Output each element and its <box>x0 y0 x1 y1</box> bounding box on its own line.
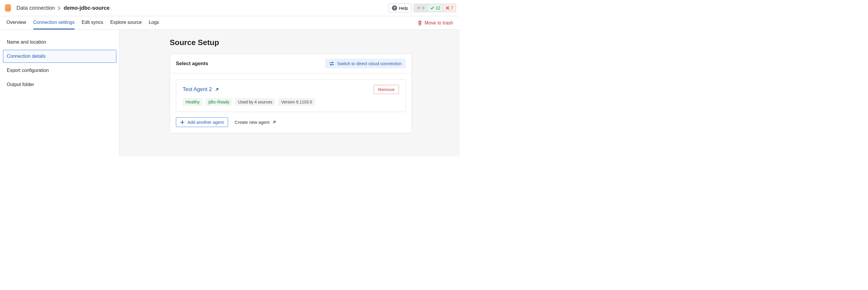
agent-name-text: Test Agent 2 <box>183 86 212 92</box>
tabs-nav: Overview Connection settings Edit syncs … <box>6 16 159 29</box>
switch-cloud-label: Switch to direct cloud connection <box>337 61 402 66</box>
status-error-count: 7 <box>451 6 453 10</box>
status-error[interactable]: 7 <box>443 4 456 12</box>
tab-connection-settings[interactable]: Connection settings <box>33 16 75 29</box>
remove-agent-button[interactable]: Remove <box>374 85 399 94</box>
trash-icon <box>417 20 422 26</box>
badge-health: Healthy <box>183 98 203 106</box>
tab-overview[interactable]: Overview <box>6 16 26 29</box>
agent-top-row: Test Agent 2 Remove <box>183 85 399 94</box>
status-refresh[interactable]: 0 <box>414 4 427 12</box>
top-bar-right: ? Help 0 12 7 <box>389 3 456 12</box>
chevron-right-icon <box>58 5 61 11</box>
add-agent-button[interactable]: Add another agent <box>176 117 228 127</box>
database-icon <box>3 3 12 12</box>
body: Name and location Connection details Exp… <box>0 30 460 156</box>
top-bar-left: Data connection demo-jdbc-source <box>3 3 110 12</box>
status-ok[interactable]: 12 <box>427 4 443 12</box>
select-agents-panel: Select agents Switch to direct cloud con… <box>170 54 412 133</box>
agent-name-link[interactable]: Test Agent 2 <box>183 86 219 92</box>
external-link-icon <box>215 88 219 92</box>
sidebar-item-connection-details[interactable]: Connection details <box>3 50 116 63</box>
badge-usage: Used by 4 sources <box>235 98 275 106</box>
agent-card: Test Agent 2 Remove Healthy jdbc-Ready U… <box>176 79 406 112</box>
agent-badges: Healthy jdbc-Ready Used by 4 sources Ver… <box>183 98 399 106</box>
swap-icon <box>329 61 334 66</box>
check-icon <box>430 6 434 10</box>
panel-body: Test Agent 2 Remove Healthy jdbc-Ready U… <box>170 74 412 133</box>
breadcrumb-current: demo-jdbc-source <box>64 5 110 11</box>
tabs-row: Overview Connection settings Edit syncs … <box>0 16 460 30</box>
svg-point-0 <box>5 4 11 6</box>
panel-title: Select agents <box>176 61 208 67</box>
create-agent-link[interactable]: Create new agent <box>235 120 276 125</box>
status-ok-count: 12 <box>436 6 440 10</box>
add-agent-label: Add another agent <box>187 120 224 125</box>
sidebar-item-name-location[interactable]: Name and location <box>3 36 116 49</box>
help-icon: ? <box>392 5 397 10</box>
tab-explore-source[interactable]: Explore source <box>110 16 142 29</box>
sidebar-item-export-config[interactable]: Export configuration <box>3 64 116 77</box>
plus-icon <box>180 120 184 124</box>
tab-logs[interactable]: Logs <box>149 16 159 29</box>
help-button[interactable]: ? Help <box>389 3 411 12</box>
refresh-icon <box>416 6 421 10</box>
badge-ready: jdbc-Ready <box>205 98 232 106</box>
sidebar: Name and location Connection details Exp… <box>0 30 120 156</box>
status-refresh-count: 0 <box>422 6 425 10</box>
tab-edit-syncs[interactable]: Edit syncs <box>82 16 103 29</box>
x-icon <box>446 6 449 10</box>
panel-header: Select agents Switch to direct cloud con… <box>170 54 412 74</box>
create-agent-label: Create new agent <box>235 120 269 125</box>
move-to-trash-button[interactable]: Move to trash <box>417 20 453 26</box>
switch-cloud-button[interactable]: Switch to direct cloud connection <box>325 59 406 68</box>
move-to-trash-label: Move to trash <box>425 20 453 26</box>
main-area: Source Setup Select agents Switch to dir… <box>120 30 460 156</box>
status-group: 0 12 7 <box>414 4 456 12</box>
top-bar: Data connection demo-jdbc-source ? Help … <box>0 0 460 16</box>
badge-version: Version 9.1103.0 <box>278 98 315 106</box>
breadcrumb-parent[interactable]: Data connection <box>17 5 55 11</box>
sidebar-item-output-folder[interactable]: Output folder <box>3 78 116 91</box>
external-link-icon <box>272 120 276 124</box>
breadcrumb: Data connection demo-jdbc-source <box>17 5 110 11</box>
page-title: Source Setup <box>170 38 460 47</box>
help-label: Help <box>399 6 408 10</box>
agent-actions: Add another agent Create new agent <box>176 117 406 127</box>
